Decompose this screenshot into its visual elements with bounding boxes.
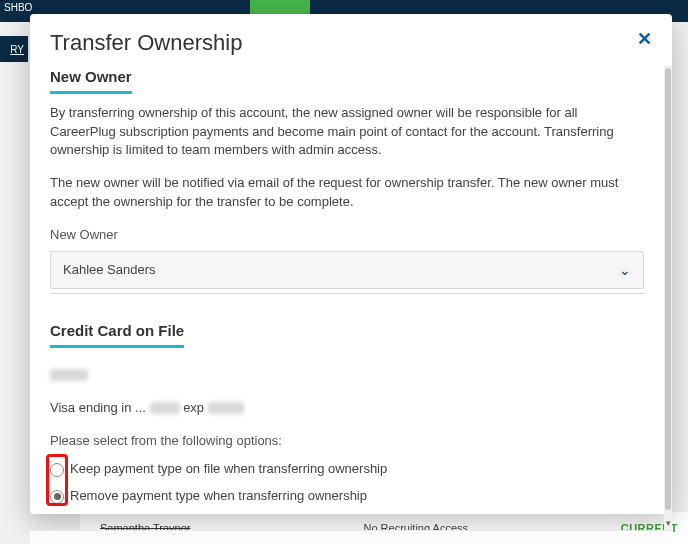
radio-remove-row[interactable]: Remove payment type when transferring ow…: [50, 487, 644, 506]
scrollbar-thumb[interactable]: [665, 68, 671, 510]
radio-remove[interactable]: [50, 490, 64, 504]
radio-remove-label: Remove payment type when transferring ow…: [70, 487, 367, 506]
chevron-down-icon: ⌄: [619, 260, 631, 280]
cc-prefix: Visa ending in ...: [50, 400, 146, 415]
cc-exp-blurred: [208, 402, 244, 414]
section-new-owner-heading: New Owner: [50, 66, 132, 94]
scrollbar[interactable]: ▾: [664, 66, 672, 530]
ownership-desc-1: By transferring ownership of this accoun…: [50, 104, 644, 161]
modal-title: Transfer Ownership: [50, 30, 242, 56]
cc-last4-blurred: [150, 402, 180, 414]
close-icon[interactable]: ✕: [637, 30, 652, 48]
options-prompt: Please select from the following options…: [50, 432, 644, 451]
radio-keep[interactable]: [50, 463, 64, 477]
radio-keep-label: Keep payment type on file when transferr…: [70, 460, 387, 479]
cc-exp-label: exp: [183, 400, 208, 415]
bg-side-tab: RY: [0, 36, 28, 62]
cc-name-line: [50, 366, 644, 385]
new-owner-select[interactable]: Kahlee Sanders ⌄: [50, 251, 644, 289]
scrollbar-down-icon[interactable]: ▾: [664, 518, 672, 528]
cc-details-line: Visa ending in ... exp: [50, 399, 644, 418]
transfer-ownership-modal: Transfer Ownership ✕ New Owner By transf…: [30, 14, 672, 514]
modal-body: New Owner By transferring ownership of t…: [30, 66, 664, 530]
section-cc-heading: Credit Card on File: [50, 320, 184, 348]
new-owner-label: New Owner: [50, 226, 644, 245]
new-owner-selected-value: Kahlee Sanders: [63, 261, 156, 280]
divider: [50, 293, 644, 294]
ownership-desc-2: The new owner will be notified via email…: [50, 174, 644, 212]
bg-dash-text: SHBO: [4, 2, 32, 13]
cc-name-blurred: [50, 369, 88, 381]
modal-header: Transfer Ownership ✕: [30, 14, 672, 66]
radio-keep-row[interactable]: Keep payment type on file when transferr…: [50, 460, 644, 479]
modal-footer: Cancel Send Transfer Request: [30, 530, 672, 544]
